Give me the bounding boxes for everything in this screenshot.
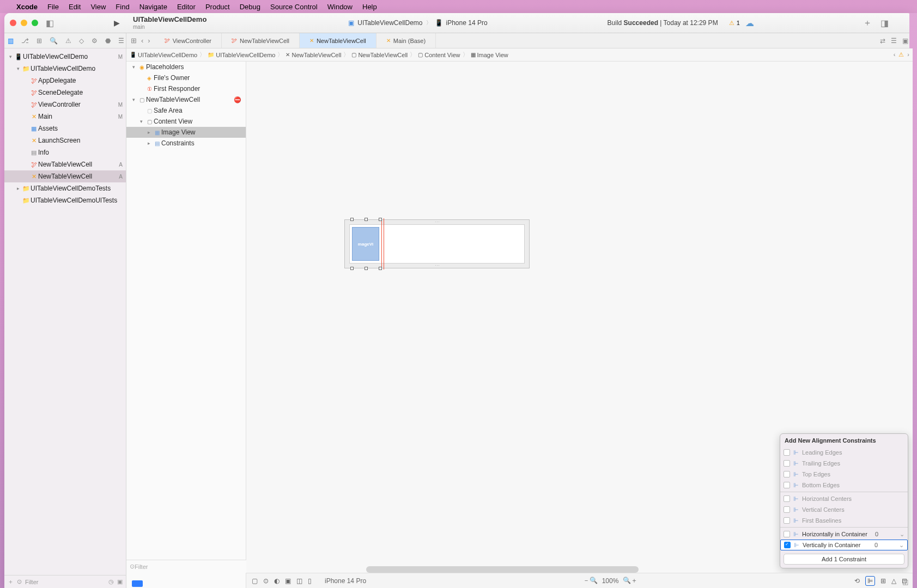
disclosure-icon[interactable]: ▾ [137, 119, 145, 124]
navigator-row[interactable]: 🕊SceneDelegate [4, 87, 126, 99]
selection-handle[interactable] [379, 267, 382, 270]
filter-input[interactable]: Filter [25, 579, 105, 585]
constraint-value[interactable]: 0 [875, 531, 897, 537]
selection-handle[interactable] [365, 267, 368, 270]
sidebar-toggle-icon[interactable]: ◧ [46, 18, 54, 28]
navigator-row[interactable]: ✕MainM [4, 111, 126, 122]
navigator-tree[interactable]: ▾📱UITableViewCellDemoM▾📁UITableViewCellD… [4, 48, 126, 575]
panels-toggle-icon[interactable]: ◨ [877, 18, 892, 28]
checkbox[interactable] [784, 542, 791, 548]
back-button[interactable]: ‹ [141, 36, 143, 45]
interface-builder-canvas[interactable]: ⋯ ⋯ mageVi [246, 62, 913, 588]
breadcrumb-item[interactable]: ✕ NewTableViewCell [286, 52, 341, 58]
constraint-option-row[interactable]: ⊩Vertically in Container0⌄ [780, 540, 908, 550]
outline-filter-input[interactable]: Filter [135, 564, 148, 570]
view-as-icon[interactable]: ▢ [252, 577, 258, 585]
zoom-level[interactable]: 100% [602, 577, 619, 585]
report-navigator-icon[interactable]: ☰ [118, 37, 124, 45]
selection-handle[interactable] [350, 218, 354, 221]
outline-row[interactable]: ▾▢Content View [126, 116, 246, 127]
disclosure-icon[interactable]: ▾ [7, 54, 14, 59]
menu-navigate[interactable]: Navigate [139, 3, 167, 11]
cloud-icon[interactable]: ☁ [745, 18, 754, 28]
build-status[interactable]: Build Succeeded | Today at 12:29 PM [608, 19, 718, 27]
add-button[interactable]: ＋ [8, 578, 14, 586]
checkbox[interactable] [784, 531, 790, 537]
branch-indicator[interactable]: UITableViewCellDemo main [133, 16, 207, 29]
close-button[interactable] [10, 20, 16, 26]
tab-main[interactable]: ✕ Main (Base) [376, 33, 436, 48]
menu-editor[interactable]: Editor [177, 3, 196, 11]
disclosure-icon[interactable]: ▸ [145, 130, 153, 135]
symbol-navigator-icon[interactable]: ⊞ [37, 37, 42, 45]
adjust-editor-icon[interactable]: ⇄ [880, 37, 885, 45]
add-constraint-button[interactable]: Add 1 Constraint [784, 554, 904, 565]
test-navigator-icon[interactable]: ◇ [79, 37, 84, 45]
canvas-device[interactable]: iPhone 14 Pro [325, 577, 366, 585]
related-items-icon[interactable]: ⊞ [131, 36, 137, 45]
navigator-row[interactable]: 🕊NewTableViewCellA [4, 158, 126, 170]
breadcrumb-item[interactable]: 📱 UITableViewCellDemo [130, 52, 197, 58]
disclosure-icon[interactable]: ▾ [130, 97, 137, 102]
menu-find[interactable]: Find [116, 3, 129, 11]
navigator-row[interactable]: 🕊AppDelegate [4, 75, 126, 87]
add-editor-icon[interactable]: ▣ [902, 37, 908, 45]
dropdown-icon[interactable]: ⌄ [899, 542, 904, 549]
maximize-button[interactable] [32, 20, 38, 26]
dropdown-icon[interactable]: ⌄ [900, 531, 904, 538]
disclosure-icon[interactable]: ▾ [130, 64, 137, 70]
outline-row[interactable]: ▾▢NewTableViewCell⛔ [126, 94, 246, 105]
debug-navigator-icon[interactable]: ⚙ [92, 37, 98, 45]
error-icon[interactable]: ⛔ [234, 96, 241, 103]
outline-row[interactable]: ①First Responder [126, 83, 246, 94]
navigator-row[interactable]: ▾📱UITableViewCellDemoM [4, 51, 126, 63]
navigator-row[interactable]: 🕊ViewControllerM [4, 99, 126, 111]
menu-file[interactable]: File [47, 3, 59, 11]
navigator-row[interactable]: ✕NewTableViewCellA [4, 170, 126, 182]
source-control-navigator-icon[interactable]: ⎇ [21, 37, 29, 45]
breakpoint-navigator-icon[interactable]: ⬣ [105, 37, 111, 45]
navigator-row[interactable]: ▸📁UITableViewCellDemoTests [4, 182, 126, 194]
constraint-value[interactable]: 0 [875, 542, 896, 548]
selection-handle[interactable] [365, 218, 368, 221]
disclosure-icon[interactable]: ▸ [14, 186, 22, 191]
device-config-icon[interactable]: ▯ [308, 577, 312, 585]
menu-source-control[interactable]: Source Control [270, 3, 318, 11]
zoom-out-button[interactable]: －🔍 [583, 576, 598, 585]
scheme-selector[interactable]: ▣ UITableViewCellDemo 〉 📱 iPhone 14 Pro [348, 19, 487, 27]
editor-layout-icon[interactable]: ☰ [891, 37, 897, 45]
find-navigator-icon[interactable]: 🔍 [50, 37, 58, 45]
drag-handle-icon[interactable]: ⋯ [435, 263, 440, 268]
prev-issue-icon[interactable]: ‹ [894, 51, 896, 58]
menu-product[interactable]: Product [205, 3, 230, 11]
issue-indicator[interactable]: ⚠ 1 [729, 20, 740, 27]
orientation-icon[interactable]: ⊙ [263, 577, 269, 585]
navigator-row[interactable]: ▦Assets [4, 122, 126, 134]
selection-handle[interactable] [379, 218, 382, 221]
outline-row[interactable]: ▸▤Constraints [126, 138, 246, 149]
resolve-issues-button[interactable]: △ [891, 577, 896, 585]
menu-debug[interactable]: Debug [240, 3, 260, 11]
appearance-icon[interactable]: ◐ [274, 577, 280, 585]
menubar-app-name[interactable]: Xcode [16, 3, 38, 11]
zoom-in-button[interactable]: 🔍＋ [623, 576, 637, 585]
recent-filter-icon[interactable]: ◷ [108, 578, 114, 585]
pin-button[interactable]: ⊞ [880, 577, 886, 585]
layout-icon[interactable]: ▣ [285, 577, 291, 585]
accessibility-icon[interactable]: ◫ [296, 577, 302, 585]
document-outline[interactable]: ▾◉Placeholders◈File's Owner①First Respon… [126, 62, 246, 588]
jump-bar-issues[interactable]: ‹ ⚠ › [894, 51, 909, 58]
tab-newtableviewcell-xib[interactable]: ✕ NewTableViewCell [300, 33, 376, 48]
project-navigator-icon[interactable]: ▥ [8, 37, 14, 45]
menu-view[interactable]: View [90, 3, 106, 11]
jump-bar[interactable]: 📱 UITableViewCellDemo〉📁 UITableViewCellD… [126, 48, 913, 62]
run-button[interactable]: ▶ [114, 19, 120, 27]
navigator-row[interactable]: 📁UITableViewCellDemoUITests [4, 194, 126, 206]
align-button[interactable]: ⊫ [865, 576, 875, 586]
next-issue-icon[interactable]: › [907, 51, 909, 58]
add-tab-button[interactable]: ＋ [858, 17, 877, 29]
warning-icon[interactable]: ⚠ [898, 51, 904, 58]
navigator-row[interactable]: ▾📁UITableViewCellDemo [4, 63, 126, 75]
breadcrumb-item[interactable]: 📁 UITableViewCellDemo [208, 52, 275, 58]
outline-row[interactable]: ◈File's Owner [126, 72, 246, 83]
